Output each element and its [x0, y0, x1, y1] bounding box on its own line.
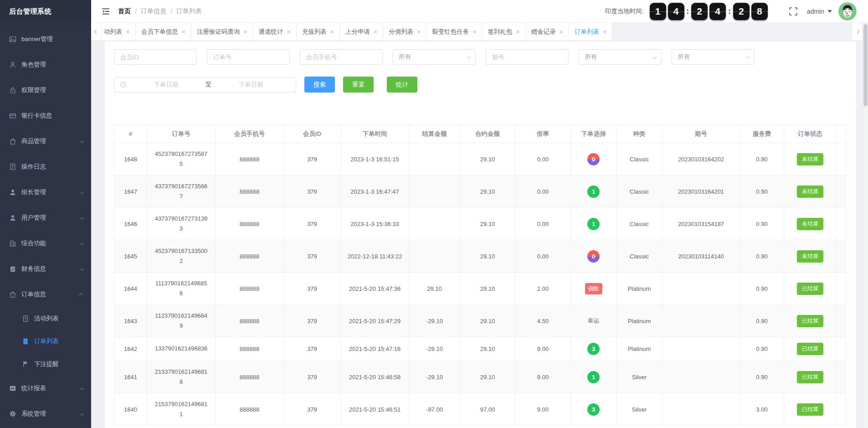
date-start-input[interactable] — [127, 81, 205, 88]
cell-member-id: 379 — [307, 156, 317, 163]
tab-close-icon[interactable]: × — [473, 28, 476, 36]
phone-input[interactable] — [300, 49, 383, 65]
cell-order-no: 11137901621496856 — [154, 278, 208, 299]
sidebar-menu: banner管理 角色管理 权限管理 银行卡信息 商品管理 操作日志 组长管理 — [0, 23, 91, 427]
sidebar-item-leaders[interactable]: 组长管理 — [0, 180, 91, 205]
tab-recharge-list[interactable]: 充值列表× — [297, 23, 340, 41]
tab-commission-list[interactable]: 分佣列表× — [383, 23, 426, 41]
user-menu[interactable]: admin — [807, 8, 832, 15]
sidebar-fold-icon[interactable] — [101, 7, 110, 16]
tab-close-icon[interactable]: × — [374, 28, 377, 36]
tab-close-icon[interactable]: × — [560, 28, 563, 36]
tab-redpacket-task[interactable]: 裂变红包任务× — [426, 23, 482, 41]
chevron-down-icon — [652, 54, 657, 59]
stats-button[interactable]: 统计 — [387, 77, 417, 93]
sidebar-item-finance[interactable]: 财务信息 — [0, 256, 91, 282]
scrollbar[interactable] — [863, 23, 868, 428]
tab-captcha-query[interactable]: 注册验证码查询× — [191, 23, 253, 41]
tab-signin-gift[interactable]: 签到礼包× — [483, 23, 526, 41]
tab-credit-request[interactable]: 上分申请× — [340, 23, 383, 41]
tab-close-icon[interactable]: × — [287, 28, 291, 36]
fullscreen-icon[interactable] — [789, 7, 798, 16]
cell-rate: 2.00 — [537, 285, 549, 292]
status-badge: 已结算 — [797, 403, 823, 416]
select-filter-1[interactable]: 所有 — [393, 49, 476, 65]
select-filter-3[interactable]: 所有 — [672, 49, 755, 65]
order-no-input[interactable] — [207, 49, 290, 65]
clock-separator: : — [687, 7, 689, 16]
choice-badge: 偶数 — [585, 283, 602, 294]
tab-close-icon[interactable]: × — [243, 28, 247, 36]
tab-activity-list[interactable]: 动列表× — [102, 23, 136, 41]
cell-rate: 9.00 — [537, 345, 549, 352]
scrollbar-thumb[interactable] — [863, 24, 868, 106]
sidebar-item-label: 综合功能 — [21, 239, 46, 248]
tab-close-icon[interactable]: × — [516, 28, 520, 36]
cell-fee: 0.90 — [756, 221, 767, 227]
tab-channel-stats[interactable]: 通道统计× — [253, 23, 297, 41]
member-id-input[interactable] — [114, 49, 197, 65]
sidebar-item-roles[interactable]: 角色管理 — [0, 52, 91, 77]
user-solid-icon — [9, 214, 16, 222]
search-button[interactable]: 搜索 — [304, 77, 335, 93]
chevron-down-icon — [80, 411, 84, 416]
user-solid-icon — [9, 189, 16, 196]
tab-close-icon[interactable]: × — [330, 28, 334, 36]
sidebar-item-reports[interactable]: 统计报表 — [0, 376, 91, 401]
tab-order-list[interactable]: 订单列表× — [569, 23, 612, 41]
cell-id: 1644 — [124, 285, 137, 292]
table-row: 1641 21337901621496818 888888 379 2021-5… — [114, 361, 846, 393]
gear-icon — [9, 410, 16, 418]
issue-input[interactable] — [486, 49, 569, 65]
sidebar-item-bank-cards[interactable]: 银行卡信息 — [0, 103, 91, 129]
sidebar-item-order-list[interactable]: 订单列表 — [0, 330, 91, 353]
chevron-down-icon — [745, 54, 750, 59]
cell-order-no: 21337901621496818 — [154, 367, 208, 387]
reset-button[interactable]: 重置 — [343, 77, 374, 93]
cell-id: 1641 — [124, 374, 137, 381]
clipboard-check-icon — [9, 265, 16, 273]
cell-kind: Classic — [630, 221, 649, 227]
tab-close-icon[interactable]: × — [417, 28, 421, 36]
sidebar-item-permissions[interactable]: 权限管理 — [0, 77, 91, 103]
tab-member-orders[interactable]: 会员下单信息× — [136, 23, 191, 41]
col-header: 种类 — [616, 125, 663, 143]
table-header-row: # 订单号 会员手机号 会员ID 下单时间 结算金额 合约金额 倍率 下单选择 … — [114, 125, 846, 143]
date-range-picker[interactable]: 至 — [114, 77, 296, 93]
breadcrumb-home[interactable]: 首页 — [118, 7, 131, 15]
cell-time: 2021-5-20 15:47:29 — [349, 318, 401, 325]
sidebar-item-activity-list[interactable]: 活动列表 — [0, 307, 91, 330]
cell-time: 2021-5-20 15:47:16 — [349, 345, 401, 352]
sidebar-item-bet-reminder[interactable]: 下注提醒 — [0, 353, 91, 376]
tab-close-icon[interactable]: × — [182, 28, 185, 36]
cell-member-id: 379 — [307, 221, 317, 227]
sidebar-item-banner[interactable]: banner管理 — [0, 26, 91, 52]
cell-phone: 888888 — [240, 156, 259, 163]
cell-rate: 0.00 — [537, 221, 549, 227]
sidebar-item-operation-log[interactable]: 操作日志 — [0, 154, 91, 180]
tabs-scroll-right[interactable] — [852, 23, 862, 41]
tab-close-icon[interactable]: × — [603, 28, 606, 36]
cell-kind: Classic — [630, 188, 649, 195]
tab-close-icon[interactable]: × — [126, 28, 130, 36]
cell-id: 1640 — [124, 406, 137, 413]
sidebar-item-system[interactable]: 系统管理 — [0, 401, 91, 427]
clock-label: 印度当地时间: — [605, 7, 644, 15]
avatar[interactable] — [838, 2, 857, 21]
tab-bonus-records[interactable]: 赠金记录× — [526, 23, 569, 41]
cell-amount: 29.10 — [480, 285, 495, 292]
sidebar-item-products[interactable]: 商品管理 — [0, 129, 91, 154]
user-icon — [9, 61, 16, 68]
breadcrumb-page: 订单列表 — [176, 7, 202, 15]
cell-rate: 9.00 — [537, 406, 549, 413]
date-end-input[interactable] — [211, 81, 290, 88]
chart-icon — [9, 385, 16, 392]
cell-time: 2023-1-3 16:51:15 — [350, 156, 399, 163]
sidebar-item-orders[interactable]: 订单信息 — [0, 282, 91, 307]
cell-settle: -29.10 — [426, 345, 443, 352]
sidebar-item-users[interactable]: 用户管理 — [0, 205, 91, 231]
tabs-scroll-left[interactable] — [91, 23, 102, 41]
cell-issue: 20230103164201 — [678, 188, 724, 195]
select-filter-2[interactable]: 所有 — [579, 49, 662, 65]
sidebar-item-综合功能[interactable]: 综合功能 — [0, 231, 91, 256]
